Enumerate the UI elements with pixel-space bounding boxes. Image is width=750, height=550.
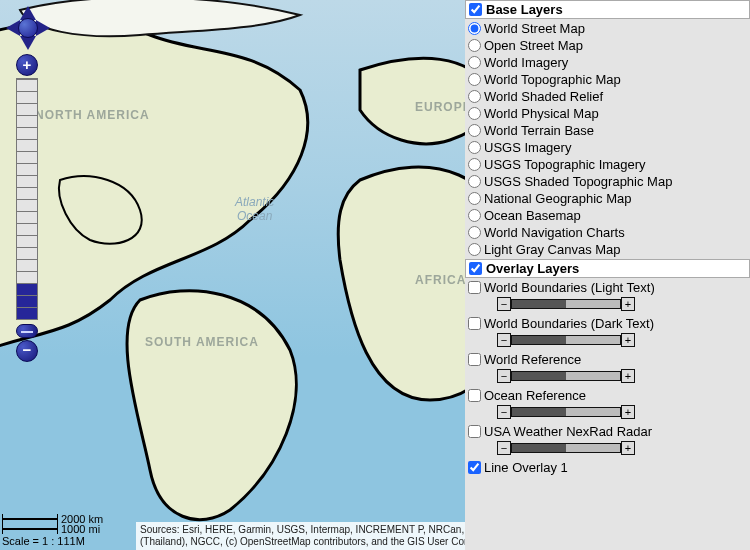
continent-label: NORTH AMERICA: [35, 108, 150, 122]
base-layer-option[interactable]: World Street Map: [467, 20, 748, 37]
base-layer-option[interactable]: World Navigation Charts: [467, 224, 748, 241]
base-layer-radio[interactable]: [468, 141, 481, 154]
opacity-control: −+: [497, 297, 748, 311]
base-layer-label: World Imagery: [484, 54, 568, 71]
overlay-layer-label: World Reference: [484, 351, 581, 368]
opacity-slider[interactable]: [511, 371, 621, 381]
overlay-layers-toggle[interactable]: [469, 262, 482, 275]
opacity-slider[interactable]: [511, 299, 621, 309]
base-layer-label: Ocean Basemap: [484, 207, 581, 224]
base-layer-radio[interactable]: [468, 22, 481, 35]
zoom-slider-toggle[interactable]: [16, 324, 38, 338]
opacity-slider[interactable]: [511, 335, 621, 345]
overlay-layer-checkbox[interactable]: [468, 461, 481, 474]
base-layers-toggle[interactable]: [469, 3, 482, 16]
opacity-control: −+: [497, 333, 748, 347]
base-layer-radio[interactable]: [468, 158, 481, 171]
overlay-layer-checkbox[interactable]: [468, 425, 481, 438]
scale-legend: 2000 km 1000 mi Scale = 1 : 111M: [2, 514, 103, 548]
base-layer-radio[interactable]: [468, 39, 481, 52]
base-layer-option[interactable]: USGS Imagery: [467, 139, 748, 156]
continent-label: EUROPE: [415, 100, 472, 114]
base-layer-radio[interactable]: [468, 175, 481, 188]
opacity-control: −+: [497, 441, 748, 455]
base-layer-radio[interactable]: [468, 124, 481, 137]
pan-compass: [6, 6, 50, 50]
overlay-layer-checkbox[interactable]: [468, 353, 481, 366]
zoom-in-button[interactable]: +: [16, 54, 38, 76]
base-layer-radio[interactable]: [468, 107, 481, 120]
overlay-layer-item: World Reference: [467, 351, 748, 368]
overlay-layers-header[interactable]: Overlay Layers: [465, 259, 750, 278]
pan-down-button[interactable]: [20, 36, 36, 50]
overlay-layer-checkbox[interactable]: [468, 317, 481, 330]
base-layer-radio[interactable]: [468, 243, 481, 256]
base-layer-label: World Terrain Base: [484, 122, 594, 139]
zoom-control: + −: [16, 54, 38, 362]
base-layer-label: USGS Topographic Imagery: [484, 156, 646, 173]
base-layer-option[interactable]: World Physical Map: [467, 105, 748, 122]
base-layer-option[interactable]: Open Street Map: [467, 37, 748, 54]
base-layer-label: World Navigation Charts: [484, 224, 625, 241]
base-layer-label: USGS Imagery: [484, 139, 571, 156]
opacity-control: −+: [497, 405, 748, 419]
opacity-increase-button[interactable]: +: [621, 441, 635, 455]
continent-label: SOUTH AMERICA: [145, 335, 259, 349]
nav-controls: + −: [6, 6, 50, 362]
opacity-slider[interactable]: [511, 443, 621, 453]
opacity-slider[interactable]: [511, 407, 621, 417]
base-layer-label: USGS Shaded Topographic Map: [484, 173, 672, 190]
base-layers-list[interactable]: World Street MapOpen Street MapWorld Ima…: [465, 19, 750, 259]
overlay-layers-list[interactable]: World Boundaries (Light Text)−+World Bou…: [465, 278, 750, 550]
opacity-decrease-button[interactable]: −: [497, 333, 511, 347]
scale-ratio: Scale = 1 : 111M: [2, 534, 103, 548]
ocean-label: Atlantic Ocean: [235, 195, 274, 223]
overlay-layer-label: Line Overlay 1: [484, 459, 568, 476]
base-layer-radio[interactable]: [468, 192, 481, 205]
base-layer-option[interactable]: World Terrain Base: [467, 122, 748, 139]
base-layers-header[interactable]: Base Layers: [465, 0, 750, 19]
base-layer-label: World Topographic Map: [484, 71, 621, 88]
base-layer-option[interactable]: World Imagery: [467, 54, 748, 71]
zoom-out-button[interactable]: −: [16, 340, 38, 362]
opacity-increase-button[interactable]: +: [621, 297, 635, 311]
base-layer-radio[interactable]: [468, 90, 481, 103]
layers-panel: Base Layers World Street MapOpen Street …: [465, 0, 750, 550]
base-layer-label: World Shaded Relief: [484, 88, 603, 105]
overlay-layer-label: USA Weather NexRad Radar: [484, 423, 652, 440]
base-layer-label: World Physical Map: [484, 105, 599, 122]
overlay-layer-checkbox[interactable]: [468, 389, 481, 402]
opacity-decrease-button[interactable]: −: [497, 297, 511, 311]
base-layer-radio[interactable]: [468, 56, 481, 69]
base-layer-radio[interactable]: [468, 209, 481, 222]
base-layers-label: Base Layers: [486, 2, 563, 17]
overlay-layers-label: Overlay Layers: [486, 261, 579, 276]
base-layer-label: World Street Map: [484, 20, 585, 37]
opacity-decrease-button[interactable]: −: [497, 369, 511, 383]
overlay-layer-checkbox[interactable]: [468, 281, 481, 294]
opacity-decrease-button[interactable]: −: [497, 441, 511, 455]
base-layer-option[interactable]: World Shaded Relief: [467, 88, 748, 105]
overlay-layer-label: Ocean Reference: [484, 387, 586, 404]
base-layer-radio[interactable]: [468, 73, 481, 86]
overlay-layer-item: Ocean Reference: [467, 387, 748, 404]
base-layer-label: National Geographic Map: [484, 190, 631, 207]
base-layer-option[interactable]: World Topographic Map: [467, 71, 748, 88]
pan-right-button[interactable]: [36, 20, 50, 36]
base-layer-option[interactable]: USGS Shaded Topographic Map: [467, 173, 748, 190]
base-layer-option[interactable]: Light Gray Canvas Map: [467, 241, 748, 258]
opacity-increase-button[interactable]: +: [621, 369, 635, 383]
overlay-layer-label: World Boundaries (Dark Text): [484, 315, 654, 332]
opacity-increase-button[interactable]: +: [621, 405, 635, 419]
base-layer-option[interactable]: USGS Topographic Imagery: [467, 156, 748, 173]
opacity-increase-button[interactable]: +: [621, 333, 635, 347]
zoom-slider[interactable]: [16, 78, 38, 320]
overlay-layer-item: Line Overlay 1: [467, 459, 748, 476]
base-layer-option[interactable]: Ocean Basemap: [467, 207, 748, 224]
reset-view-button[interactable]: [18, 18, 38, 38]
base-layer-label: Light Gray Canvas Map: [484, 241, 621, 258]
base-layer-option[interactable]: National Geographic Map: [467, 190, 748, 207]
opacity-decrease-button[interactable]: −: [497, 405, 511, 419]
base-layer-radio[interactable]: [468, 226, 481, 239]
overlay-layer-label: World Boundaries (Light Text): [484, 279, 655, 296]
